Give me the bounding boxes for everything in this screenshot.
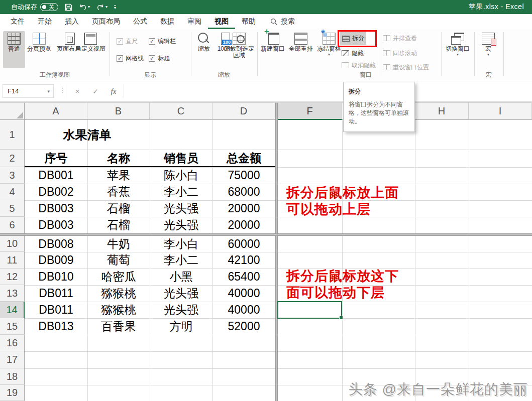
hide-button[interactable]: 隐藏 (342, 48, 364, 59)
row-header-3[interactable]: 3 (0, 167, 25, 184)
column-header-B[interactable]: B (87, 103, 150, 120)
page-break-preview-button[interactable]: 分页预览 (27, 31, 51, 68)
cell-A1-title[interactable]: 水果清单 (25, 120, 150, 150)
ribbon-tab[interactable]: 数据 (154, 14, 181, 29)
row-header-15[interactable]: 15 (0, 318, 25, 335)
cell-A11[interactable]: DB009 (25, 252, 87, 269)
switch-windows-button[interactable]: 切换窗口 ▾ (444, 31, 471, 68)
column-header-A[interactable]: A (25, 103, 87, 120)
vertical-split-bar[interactable] (275, 103, 278, 401)
cell-C4[interactable]: 李小二 (150, 184, 212, 200)
cell-C6[interactable]: 光头强 (150, 217, 212, 233)
cell-C2[interactable]: 销售员 (150, 150, 212, 167)
unhide-button[interactable]: 取消隐藏 (342, 60, 376, 71)
column-header-H[interactable]: H (415, 103, 469, 120)
view-side-by-side-button[interactable]: 并排查看 (383, 33, 417, 44)
arrange-all-button[interactable]: 全部重排 (287, 31, 314, 68)
ribbon-tab[interactable]: 视图 (208, 14, 235, 29)
cell-A15[interactable]: DB013 (25, 318, 87, 335)
zoom-button[interactable]: 缩放 (194, 31, 214, 68)
cell-C5[interactable]: 光头强 (150, 200, 212, 217)
cell-A5[interactable]: DB003 (25, 200, 87, 217)
row-header-19[interactable]: 19 (0, 385, 25, 401)
column-header-F[interactable]: F (278, 103, 342, 120)
row-header-18[interactable]: 18 (0, 368, 25, 385)
select-all-corner[interactable] (0, 103, 25, 120)
cell-A14[interactable]: DB011 (25, 302, 87, 318)
cell-B6[interactable]: 石榴 (87, 217, 150, 233)
cell-C3[interactable]: 陈小白 (150, 167, 212, 184)
cell-A12[interactable]: DB010 (25, 269, 87, 285)
cell-D12[interactable]: 65400 (212, 269, 275, 285)
cell-D11[interactable]: 42100 (212, 252, 275, 269)
autosave-pill[interactable]: 关 (40, 3, 58, 11)
cell-D4[interactable]: 68000 (212, 184, 275, 200)
row-header-17[interactable]: 17 (0, 351, 25, 368)
cell-C10[interactable]: 李小白 (150, 236, 212, 252)
row-header-13[interactable]: 13 (0, 285, 25, 302)
cancel-button[interactable]: × (70, 85, 84, 98)
cell-B14[interactable]: 猕猴桃 (87, 302, 150, 318)
ribbon-tab[interactable]: 开始 (31, 14, 58, 29)
checkbox-3[interactable]: ✓标题 (149, 54, 170, 62)
row-header-11[interactable]: 11 (0, 252, 25, 269)
checkbox-2[interactable]: ✓网格线 (117, 54, 144, 62)
cell-B4[interactable]: 香蕉 (87, 184, 150, 200)
cell-C12[interactable]: 小黑 (150, 269, 212, 285)
cell-A2[interactable]: 序号 (25, 150, 87, 167)
ribbon-tab[interactable]: 文件 (4, 14, 31, 29)
macros-button[interactable]: 宏 ▾ (477, 31, 499, 68)
cell-A10[interactable]: DB008 (25, 236, 87, 252)
cell-D3[interactable]: 75000 (212, 167, 275, 184)
name-box[interactable]: F14 ▾ (3, 84, 54, 98)
column-header-I[interactable]: I (469, 103, 532, 120)
row-header-4[interactable]: 4 (0, 184, 25, 200)
cell-B15[interactable]: 百香果 (87, 318, 150, 335)
cell-D13[interactable]: 40000 (212, 285, 275, 302)
horizontal-split-bar[interactable] (0, 233, 532, 236)
ribbon-tab[interactable]: 插入 (58, 14, 85, 29)
row-header-1[interactable]: 1 (0, 120, 25, 150)
row-header-6[interactable]: 6 (0, 217, 25, 233)
ribbon-tab[interactable]: 审阅 (181, 14, 208, 29)
normal-view-button[interactable]: 普通 (3, 31, 25, 68)
cell-D14[interactable]: 40000 (212, 302, 275, 318)
zoom-to-selection-button[interactable]: 缩放到选定区域 (222, 31, 256, 68)
row-header-10[interactable]: 10 (0, 236, 25, 252)
cell-D10[interactable]: 60000 (212, 236, 275, 252)
ribbon-tab[interactable]: 页面布局 (85, 14, 127, 29)
synchronous-scrolling-button[interactable]: 同步滚动 (383, 48, 417, 59)
cell-B3[interactable]: 苹果 (87, 167, 150, 184)
cell-C14[interactable]: 光头强 (150, 302, 212, 318)
cell-B12[interactable]: 哈密瓜 (87, 269, 150, 285)
cell-D15[interactable]: 52000 (212, 318, 275, 335)
autosave-toggle[interactable]: 自动保存 关 (11, 3, 58, 12)
formula-input[interactable] (126, 84, 532, 98)
cell-B13[interactable]: 猕猴桃 (87, 285, 150, 302)
cell-B10[interactable]: 牛奶 (87, 236, 150, 252)
cell-B2[interactable]: 名称 (87, 150, 150, 167)
customize-qat-icon[interactable]: ▾ (114, 5, 116, 10)
cell-C13[interactable]: 光头强 (150, 285, 212, 302)
cell-D6[interactable]: 20000 (212, 217, 275, 233)
cell-D5[interactable]: 20000 (212, 200, 275, 217)
search-box[interactable]: 搜索 (270, 14, 295, 29)
column-header-D[interactable]: D (212, 103, 275, 120)
cell-A3[interactable]: DB001 (25, 167, 87, 184)
cell-B5[interactable]: 石榴 (87, 200, 150, 217)
ribbon-tab[interactable]: 帮助 (235, 14, 262, 29)
redo-button[interactable]: ▾ (96, 4, 108, 11)
row-header-14[interactable]: 14 (0, 302, 25, 318)
ribbon-tab[interactable]: 公式 (127, 14, 154, 29)
row-header-12[interactable]: 12 (0, 269, 25, 285)
cell-D2[interactable]: 总金额 (212, 150, 275, 167)
row-header-16[interactable]: 16 (0, 335, 25, 351)
cell-C11[interactable]: 李小二 (150, 252, 212, 269)
cell-C15[interactable]: 方明 (150, 318, 212, 335)
save-button[interactable] (65, 4, 72, 11)
column-header-C[interactable]: C (150, 103, 212, 120)
new-window-button[interactable]: 新建窗口 (259, 31, 286, 68)
insert-function-button[interactable]: fx (107, 85, 121, 98)
cell-A6[interactable]: DB003 (25, 217, 87, 233)
undo-button[interactable]: ▾ (79, 4, 90, 11)
